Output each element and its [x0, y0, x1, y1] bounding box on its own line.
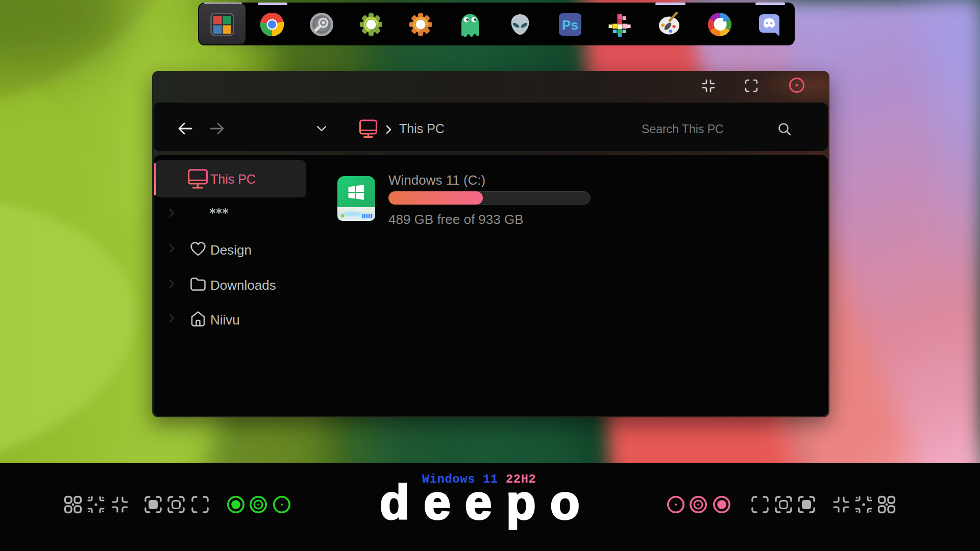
- svg-text:Ps: Ps: [562, 17, 578, 33]
